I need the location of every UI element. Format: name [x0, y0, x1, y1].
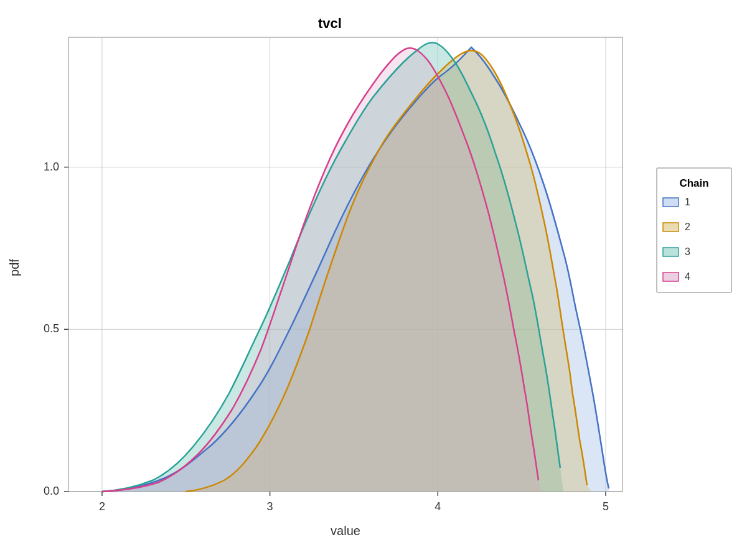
legend-item3-label: 3 [685, 246, 690, 257]
legend-title: Chain [679, 177, 708, 189]
legend-item3-swatch [663, 248, 679, 256]
chart-title: tvcl [318, 16, 342, 31]
x-label-3: 3 [267, 500, 273, 513]
x-axis-label: value [331, 524, 360, 538]
y-label-05: 0.5 [44, 322, 59, 335]
x-label-5: 5 [603, 500, 609, 513]
legend-item4-swatch [663, 273, 679, 281]
y-label-10: 1.0 [44, 161, 59, 173]
chart-container: tvcl 2 3 4 5 0.0 0.5 1.0 value [0, 0, 747, 560]
x-label-4: 4 [435, 500, 441, 513]
legend-item4-label: 4 [685, 271, 690, 282]
y-axis-label: pdf [7, 259, 21, 276]
y-label-00: 0.0 [44, 485, 59, 497]
x-label-2: 2 [99, 500, 105, 513]
legend-item1-label: 1 [685, 197, 690, 207]
legend-item2-label: 2 [685, 222, 690, 232]
legend-item2-swatch [663, 223, 679, 231]
legend-item1-swatch [663, 198, 679, 207]
